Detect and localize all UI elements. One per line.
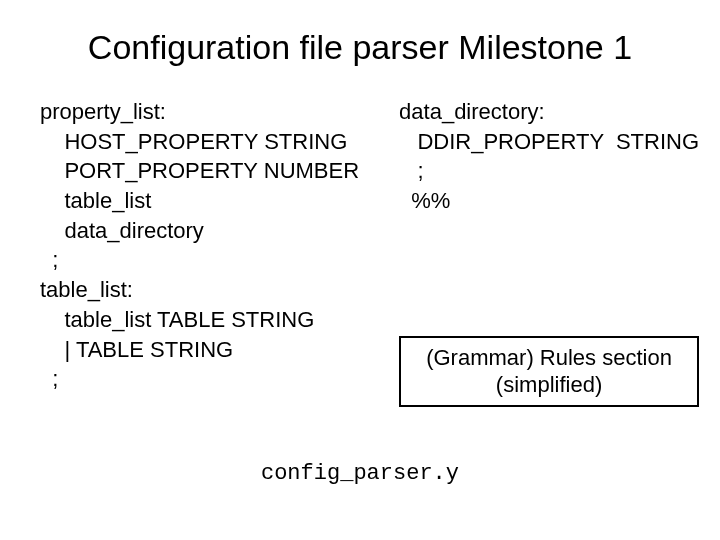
left-column: property_list: HOST_PROPERTY STRING PORT… bbox=[40, 97, 359, 407]
grammar-left: property_list: HOST_PROPERTY STRING PORT… bbox=[40, 97, 359, 394]
caption-line-2: (simplified) bbox=[409, 371, 689, 399]
content-columns: property_list: HOST_PROPERTY STRING PORT… bbox=[40, 97, 680, 407]
caption-box: (Grammar) Rules section (simplified) bbox=[399, 336, 699, 407]
right-column: data_directory: DDIR_PROPERTY STRING ; %… bbox=[399, 97, 699, 407]
filename-label: config_parser.y bbox=[0, 461, 720, 486]
slide: Configuration file parser Milestone 1 pr… bbox=[0, 0, 720, 540]
slide-title: Configuration file parser Milestone 1 bbox=[40, 28, 680, 67]
grammar-right: data_directory: DDIR_PROPERTY STRING ; %… bbox=[399, 97, 699, 216]
caption-line-1: (Grammar) Rules section bbox=[409, 344, 689, 372]
